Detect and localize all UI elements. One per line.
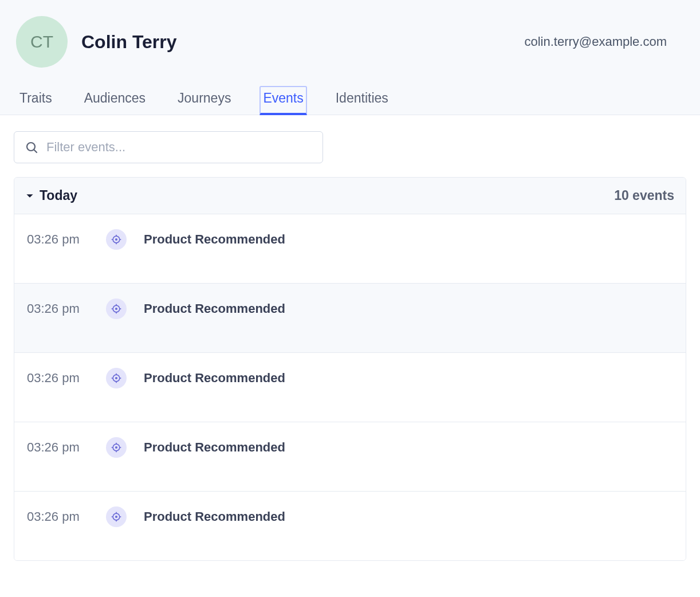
event-name: Product Recommended [144,509,285,524]
page-header: CT Colin Terry colin.terry@example.com T… [0,0,700,115]
group-header-left: Today [26,188,77,203]
caret-down-icon [26,192,34,200]
target-icon [106,298,127,319]
event-row[interactable]: 03:26 pm Product Recommended [14,214,686,284]
event-name: Product Recommended [144,301,285,316]
event-row[interactable]: 03:26 pm Product Recommended [14,353,686,422]
target-icon [106,229,127,250]
svg-point-3 [116,239,117,241]
avatar: CT [16,16,68,68]
group-title: Today [40,188,77,203]
event-group-header[interactable]: Today 10 events [14,178,686,214]
svg-point-15 [116,378,117,379]
event-name: Product Recommended [144,440,285,455]
group-count: 10 events [614,188,674,203]
event-time: 03:26 pm [27,440,89,455]
target-icon [106,368,127,388]
event-name: Product Recommended [144,371,285,386]
event-time: 03:26 pm [27,301,89,316]
target-icon [106,437,127,458]
profile-name: Colin Terry [81,32,177,53]
tab-events[interactable]: Events [259,86,306,115]
event-time: 03:26 pm [27,509,89,524]
header-top: CT Colin Terry colin.terry@example.com [16,16,684,68]
svg-point-27 [116,516,117,518]
filter-section [0,115,700,177]
search-icon [25,140,38,154]
event-time: 03:26 pm [27,232,89,247]
event-name: Product Recommended [144,232,285,247]
tab-audiences[interactable]: Audiences [81,86,149,115]
svg-line-1 [34,150,37,152]
svg-point-9 [116,308,117,310]
events-list: Today 10 events 03:26 pm Product Recomme… [14,177,686,561]
tab-journeys[interactable]: Journeys [174,86,234,115]
profile-email: colin.terry@example.com [524,34,684,49]
profile-block: CT Colin Terry [16,16,177,68]
target-icon [106,506,127,527]
tab-identities[interactable]: Identities [332,86,392,115]
tab-traits[interactable]: Traits [16,86,56,115]
event-time: 03:26 pm [27,371,89,386]
tabs: Traits Audiences Journeys Events Identit… [16,86,684,115]
filter-box[interactable] [14,131,323,163]
event-row[interactable]: 03:26 pm Product Recommended [14,422,686,492]
svg-point-21 [116,447,117,449]
event-row[interactable]: 03:26 pm Product Recommended [14,492,686,560]
event-row[interactable]: 03:26 pm Product Recommended [14,284,686,353]
filter-input[interactable] [46,140,312,155]
